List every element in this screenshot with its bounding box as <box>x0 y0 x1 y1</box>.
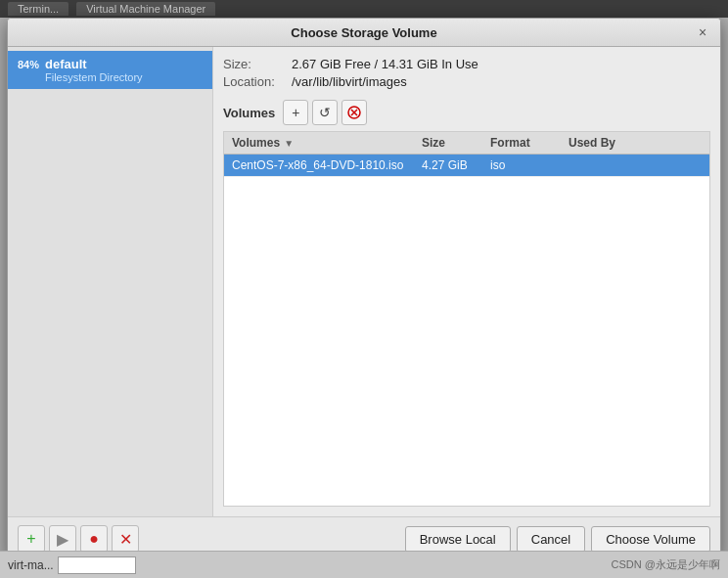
right-panel: Size: 2.67 GiB Free / 14.31 GiB In Use L… <box>213 47 720 516</box>
add-volume-button[interactable]: + <box>283 100 308 125</box>
browse-local-button[interactable]: Browse Local <box>405 526 511 553</box>
virt-manager-tab[interactable]: Virtual Machine Manager <box>76 2 215 16</box>
status-input-area: virt-ma... <box>8 556 136 574</box>
delete-volume-button[interactable] <box>341 100 367 125</box>
record-icon-button[interactable]: ● <box>80 525 108 553</box>
table-row[interactable]: CentOS-7-x86_64-DVD-1810.iso 4.27 GiB is… <box>224 155 709 177</box>
volumes-table: Volumes ▼ Size Format Used By CentOS-7-x… <box>223 131 710 507</box>
terminal-tab[interactable]: Termin... <box>8 2 68 16</box>
stop-icon-button[interactable]: ✕ <box>112 525 139 553</box>
dialog-title: Choose Storage Volume <box>33 25 695 40</box>
col-size: Size <box>416 132 484 154</box>
location-label: Location: <box>223 74 292 89</box>
pool-type: Filesystem Directory <box>45 71 203 83</box>
dialog-content: 84% default Filesystem Directory Size: 2… <box>8 47 720 560</box>
vol-name: CentOS-7-x86_64-DVD-1810.iso <box>224 155 416 176</box>
status-input-field[interactable] <box>58 556 136 574</box>
choose-volume-button[interactable]: Choose Volume <box>591 526 710 553</box>
add-icon-button[interactable]: + <box>18 525 45 553</box>
pool-percent: 84% <box>18 59 39 70</box>
volumes-label: Volumes <box>223 106 275 120</box>
col-format: Format <box>484 132 563 154</box>
taskbar: Termin... Virtual Machine Manager <box>0 0 728 18</box>
cancel-button[interactable]: Cancel <box>517 526 585 553</box>
status-bar: virt-ma... CSDN @永远是少年啊 <box>0 551 728 578</box>
close-button[interactable]: × <box>695 24 710 40</box>
location-row: Location: /var/lib/libvirt/images <box>223 74 710 89</box>
size-value: 2.67 GiB Free / 14.31 GiB In Use <box>292 57 478 71</box>
refresh-button[interactable]: ↺ <box>312 100 338 125</box>
pool-header: 84% default <box>18 57 203 71</box>
vol-format: iso <box>484 155 563 176</box>
choose-storage-dialog: Choose Storage Volume × 84% default File… <box>7 18 721 561</box>
vol-size: 4.27 GiB <box>416 155 484 176</box>
col-usedby: Used By <box>563 132 709 154</box>
size-row: Size: 2.67 GiB Free / 14.31 GiB In Use <box>223 57 710 71</box>
bottom-left-controls: + ▶ ● ✕ <box>18 525 139 553</box>
volumes-toolbar: Volumes + ↺ <box>223 100 710 125</box>
bottom-right-controls: Browse Local Cancel Choose Volume <box>405 526 710 553</box>
location-value: /var/lib/libvirt/images <box>292 74 407 89</box>
dialog-main: 84% default Filesystem Directory Size: 2… <box>8 47 720 516</box>
delete-icon <box>347 106 361 119</box>
status-label: virt-ma... <box>8 558 54 572</box>
dialog-titlebar: Choose Storage Volume × <box>8 19 720 47</box>
vol-usedby <box>563 161 709 169</box>
storage-pools-panel: 84% default Filesystem Directory <box>8 47 213 516</box>
table-header: Volumes ▼ Size Format Used By <box>224 132 709 155</box>
col-volumes[interactable]: Volumes ▼ <box>224 132 416 154</box>
sort-arrow: ▼ <box>284 138 294 149</box>
size-label: Size: <box>223 57 292 71</box>
watermark: CSDN @永远是少年啊 <box>612 557 720 572</box>
play-icon-button[interactable]: ▶ <box>49 525 76 553</box>
pool-item-default[interactable]: 84% default Filesystem Directory <box>8 51 212 89</box>
pool-name: default <box>45 57 87 71</box>
